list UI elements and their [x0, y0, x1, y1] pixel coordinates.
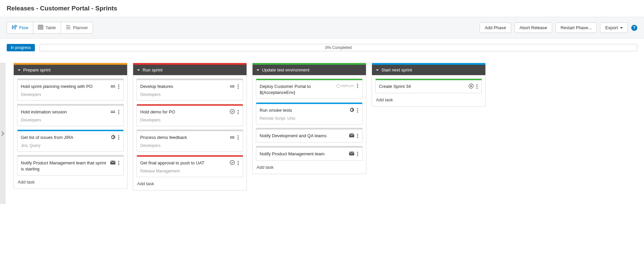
column-title: Prepare sprint [23, 67, 51, 72]
export-button[interactable]: Export [600, 22, 628, 33]
flow-icon [12, 24, 17, 31]
task-card[interactable]: Notify Development and QA teams [256, 128, 363, 143]
card-header-row: Hold sprint planning meeting with PO [21, 84, 120, 90]
task-card[interactable]: Hold estimation sessionDevelopers [17, 104, 124, 126]
card-content: Get list of issues from JIRAJira: Query [17, 131, 123, 151]
card-more-menu[interactable] [237, 110, 239, 114]
tab-planner[interactable]: Planner [61, 22, 93, 33]
svg-point-48 [237, 139, 238, 140]
card-more-menu[interactable] [117, 110, 120, 114]
column-header[interactable]: Run sprint [133, 65, 247, 75]
card-content: Notify Product Management team [256, 148, 362, 160]
svg-rect-3 [38, 25, 43, 29]
card-more-menu[interactable] [117, 135, 120, 140]
svg-point-55 [357, 87, 358, 88]
task-card[interactable]: Notify Product Management team [256, 146, 363, 161]
card-icons [349, 107, 359, 113]
svg-point-44 [232, 136, 233, 137]
card-content: Notify Product Management team that spri… [17, 157, 123, 175]
card-more-menu[interactable] [356, 134, 359, 138]
column-title: Run sprint [143, 67, 162, 72]
svg-point-37 [237, 86, 238, 87]
svg-point-58 [357, 111, 358, 112]
card-icons [110, 84, 120, 90]
side-expand-handle[interactable] [0, 63, 5, 204]
caret-down-icon [620, 25, 623, 30]
column-header[interactable]: Start next sprint [372, 65, 485, 75]
restart-phase-button[interactable]: Restart Phase... [555, 22, 597, 33]
card-title: Get list of issues from JIRA [21, 135, 108, 141]
column-body: Develop featuresDevelopersHold demo for … [133, 75, 247, 190]
add-task-link[interactable]: Add task [17, 179, 124, 185]
card-header-row: Get final approval to push to UAT [140, 160, 239, 166]
svg-point-56 [357, 108, 358, 109]
caret-down-icon [137, 67, 140, 72]
svg-point-62 [357, 137, 358, 138]
svg-point-51 [237, 162, 238, 163]
abort-release-button[interactable]: Abort Release [515, 22, 552, 33]
card-more-menu[interactable] [117, 84, 120, 89]
svg-point-18 [118, 86, 119, 87]
task-card[interactable]: Create Sprint 34 [375, 79, 482, 93]
card-more-menu[interactable] [117, 161, 120, 165]
svg-point-47 [237, 137, 238, 138]
card-subtitle: Jira: Query [21, 143, 120, 148]
card-icons [110, 160, 120, 166]
card-more-menu[interactable] [237, 161, 239, 165]
svg-point-12 [66, 27, 67, 28]
help-icon[interactable]: ? [631, 25, 637, 31]
card-more-menu[interactable] [237, 135, 239, 140]
svg-rect-0 [12, 25, 13, 29]
card-more-menu[interactable] [476, 84, 478, 89]
svg-point-45 [233, 136, 234, 137]
card-title: Hold demo for PO [140, 109, 228, 115]
task-card[interactable]: Get final approval to push to UATRelease… [137, 155, 243, 177]
view-tabs: Flow Table Planner [7, 22, 93, 34]
card-title: Run smoke tests [260, 107, 347, 113]
card-more-menu[interactable] [356, 84, 359, 88]
card-icons [230, 84, 239, 90]
add-task-link[interactable]: Add task [137, 180, 243, 187]
tab-table[interactable]: Table [33, 22, 61, 33]
svg-point-27 [118, 137, 119, 138]
svg-point-26 [118, 135, 119, 136]
task-card[interactable]: Develop featuresDevelopers [137, 79, 243, 101]
task-card[interactable]: Hold sprint planning meeting with PODeve… [17, 79, 124, 101]
card-more-menu[interactable] [356, 108, 359, 113]
add-phase-button[interactable]: Add Phase [480, 22, 511, 33]
deploy-badge-icon: DEPLOY [336, 84, 354, 88]
task-card[interactable]: Deploy Customer Portal to ${AcceptanceEn… [256, 79, 363, 99]
card-header-row: Notify Development and QA teams [260, 133, 359, 139]
card-content: Notify Development and QA teams [256, 130, 362, 142]
card-title: Notify Product Management team [260, 151, 347, 157]
table-icon [38, 24, 43, 31]
column-header[interactable]: Update test environment [253, 65, 366, 75]
column-body: Deploy Customer Portal to ${AcceptanceEn… [253, 75, 366, 174]
column-header[interactable]: Prepare sprint [14, 65, 127, 75]
task-card[interactable]: Process demo feedbackDevelopers [137, 130, 243, 152]
task-card[interactable]: Get list of issues from JIRAJira: Query [17, 130, 124, 152]
team-icon [110, 109, 115, 115]
card-header-row: Develop features [140, 84, 239, 90]
card-more-menu[interactable] [237, 84, 239, 89]
task-card[interactable]: Notify Product Management team that spri… [17, 155, 124, 175]
card-more-menu[interactable] [356, 152, 359, 156]
svg-point-14 [111, 85, 112, 86]
task-card[interactable]: Run smoke testsRemote Script: Unix [256, 102, 363, 124]
task-card[interactable]: Hold demo for PODevelopers [137, 104, 243, 126]
card-content: Process demo feedbackDevelopers [137, 131, 243, 151]
tab-flow[interactable]: Flow [7, 22, 33, 33]
phase-column: Prepare sprintHold sprint planning meeti… [13, 63, 127, 189]
card-title: Develop features [140, 84, 228, 90]
svg-point-33 [230, 85, 231, 86]
gear-icon [349, 107, 354, 113]
caret-down-icon [18, 67, 20, 72]
tab-flow-label: Flow [19, 25, 28, 30]
add-task-link[interactable]: Add task [375, 97, 482, 103]
card-icons [230, 160, 239, 166]
svg-point-32 [118, 164, 119, 165]
svg-point-50 [237, 161, 238, 162]
column-title: Update test environment [262, 67, 310, 72]
add-task-link[interactable]: Add task [256, 164, 363, 170]
card-title: Hold sprint planning meeting with PO [21, 84, 108, 90]
